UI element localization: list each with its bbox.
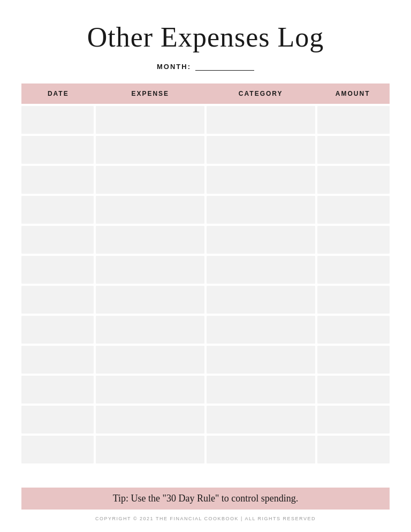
cell-category[interactable] bbox=[207, 196, 315, 224]
cell-date[interactable] bbox=[21, 376, 94, 404]
cell-category[interactable] bbox=[207, 346, 315, 374]
cell-expense[interactable] bbox=[96, 316, 204, 344]
cell-expense[interactable] bbox=[96, 286, 204, 314]
cell-amount[interactable] bbox=[317, 376, 390, 404]
table-row bbox=[21, 256, 390, 284]
month-label: MONTH: bbox=[157, 63, 191, 71]
cell-category[interactable] bbox=[207, 286, 315, 314]
page-wrapper: Other Expenses Log MONTH: DATE EXPENSE C… bbox=[0, 0, 411, 532]
cell-category[interactable] bbox=[207, 256, 315, 284]
cell-expense[interactable] bbox=[96, 196, 204, 224]
cell-category[interactable] bbox=[207, 106, 315, 134]
cell-expense[interactable] bbox=[96, 346, 204, 374]
cell-amount[interactable] bbox=[317, 406, 390, 434]
month-input-line bbox=[195, 63, 254, 71]
cell-expense[interactable] bbox=[96, 226, 204, 254]
cell-amount[interactable] bbox=[317, 226, 390, 254]
cell-category[interactable] bbox=[207, 136, 315, 164]
table-row bbox=[21, 226, 390, 254]
expense-table: DATE EXPENSE CATEGORY AMOUNT bbox=[21, 83, 390, 481]
header-category: CATEGORY bbox=[206, 83, 316, 104]
cell-expense[interactable] bbox=[96, 136, 204, 164]
cell-amount[interactable] bbox=[317, 256, 390, 284]
tip-text: Tip: Use the "30 Day Rule" to control sp… bbox=[113, 493, 299, 504]
cell-expense[interactable] bbox=[96, 376, 204, 404]
cell-amount[interactable] bbox=[317, 286, 390, 314]
table-row bbox=[21, 106, 390, 134]
cell-date[interactable] bbox=[21, 346, 94, 374]
cell-category[interactable] bbox=[207, 406, 315, 434]
table-row bbox=[21, 196, 390, 224]
cell-date[interactable] bbox=[21, 316, 94, 344]
table-row bbox=[21, 436, 390, 463]
header-expense: EXPENSE bbox=[95, 83, 206, 104]
cell-amount[interactable] bbox=[317, 316, 390, 344]
cell-date[interactable] bbox=[21, 106, 94, 134]
cell-category[interactable] bbox=[207, 376, 315, 404]
table-row bbox=[21, 406, 390, 434]
cell-amount[interactable] bbox=[317, 436, 390, 463]
cell-expense[interactable] bbox=[96, 106, 204, 134]
cell-date[interactable] bbox=[21, 166, 94, 194]
cell-amount[interactable] bbox=[317, 166, 390, 194]
copyright-text: COPYRIGHT © 2021 THE FINANCIAL COOKBOOK … bbox=[95, 516, 316, 521]
cell-expense[interactable] bbox=[96, 436, 204, 463]
table-row bbox=[21, 316, 390, 344]
header-date: DATE bbox=[21, 83, 95, 104]
cell-expense[interactable] bbox=[96, 166, 204, 194]
cell-date[interactable] bbox=[21, 136, 94, 164]
cell-date[interactable] bbox=[21, 286, 94, 314]
cell-category[interactable] bbox=[207, 226, 315, 254]
cell-date[interactable] bbox=[21, 226, 94, 254]
table-row bbox=[21, 166, 390, 194]
header-amount: AMOUNT bbox=[316, 83, 390, 104]
cell-category[interactable] bbox=[207, 436, 315, 463]
cell-amount[interactable] bbox=[317, 136, 390, 164]
cell-amount[interactable] bbox=[317, 106, 390, 134]
cell-date[interactable] bbox=[21, 256, 94, 284]
table-row bbox=[21, 286, 390, 314]
table-header: DATE EXPENSE CATEGORY AMOUNT bbox=[21, 83, 390, 104]
table-row bbox=[21, 376, 390, 404]
cell-date[interactable] bbox=[21, 196, 94, 224]
table-row bbox=[21, 346, 390, 374]
cell-expense[interactable] bbox=[96, 406, 204, 434]
cell-category[interactable] bbox=[207, 166, 315, 194]
cell-category[interactable] bbox=[207, 316, 315, 344]
month-row: MONTH: bbox=[157, 63, 254, 71]
table-row bbox=[21, 136, 390, 164]
tip-bar: Tip: Use the "30 Day Rule" to control sp… bbox=[21, 488, 390, 510]
page-title: Other Expenses Log bbox=[87, 21, 324, 53]
cell-amount[interactable] bbox=[317, 346, 390, 374]
cell-date[interactable] bbox=[21, 436, 94, 463]
cell-date[interactable] bbox=[21, 406, 94, 434]
cell-amount[interactable] bbox=[317, 196, 390, 224]
cell-expense[interactable] bbox=[96, 256, 204, 284]
table-body bbox=[21, 106, 390, 463]
